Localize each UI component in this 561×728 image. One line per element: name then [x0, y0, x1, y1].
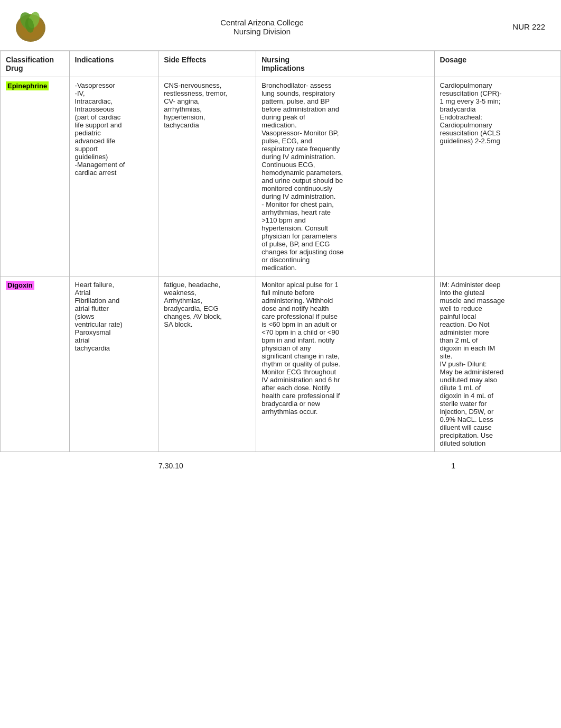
- digoxin-indications: Heart failure, Atrial Fibrillation and a…: [69, 277, 158, 452]
- page: Central Arizona College Nursing Division…: [0, 0, 561, 728]
- header: Central Arizona College Nursing Division…: [0, 0, 561, 51]
- logo-icon: [11, 10, 58, 44]
- table-row: Epinephrine -Vasopressor -IV, Intracardi…: [1, 77, 561, 277]
- col-header-nursing: NursingImplications: [256, 51, 434, 77]
- drug-name-digoxin: Digoxin: [6, 281, 34, 290]
- header-right: NUR 222: [450, 22, 545, 31]
- epinephrine-indications: -Vasopressor -IV, Intracardiac, Intraoss…: [69, 77, 158, 277]
- logo-image: [11, 10, 58, 44]
- col-header-indications: Indications: [69, 51, 158, 77]
- footer: 7.30.10 1: [0, 452, 561, 475]
- header-title: Central Arizona College: [74, 18, 450, 27]
- col-header-dosage: Dosage: [434, 51, 560, 77]
- drug-class-cell-digoxin: Digoxin: [1, 277, 70, 452]
- epinephrine-nursing: Bronchodilator- assess lung sounds, resp…: [256, 77, 434, 277]
- digoxin-nursing: Monitor apical pulse for 1 full minute b…: [256, 277, 434, 452]
- footer-page: 1: [451, 462, 455, 470]
- drug-name-epinephrine: Epinephrine: [6, 81, 49, 90]
- footer-date: 7.30.10: [158, 462, 183, 470]
- epinephrine-dosage: Cardiopulmonary resuscitation (CPR)- 1 m…: [434, 77, 560, 277]
- drug-class-cell: Epinephrine: [1, 77, 70, 277]
- header-subtitle: Nursing Division: [74, 27, 450, 36]
- col-header-class: Classification Drug: [1, 51, 70, 77]
- main-table: Classification Drug Indications Side Eff…: [0, 51, 561, 452]
- digoxin-side-effects: fatigue, headache, weakness, Arrhythmias…: [158, 277, 256, 452]
- table-row: Digoxin Heart failure, Atrial Fibrillati…: [1, 277, 561, 452]
- course-code: NUR 222: [512, 22, 545, 31]
- digoxin-dosage: IM: Administer deep into the gluteal mus…: [434, 277, 560, 452]
- logo-area: [11, 10, 74, 44]
- col-header-side: Side Effects: [158, 51, 256, 77]
- header-center: Central Arizona College Nursing Division: [74, 18, 450, 36]
- epinephrine-side-effects: CNS-nervousness, restlessness, tremor, C…: [158, 77, 256, 277]
